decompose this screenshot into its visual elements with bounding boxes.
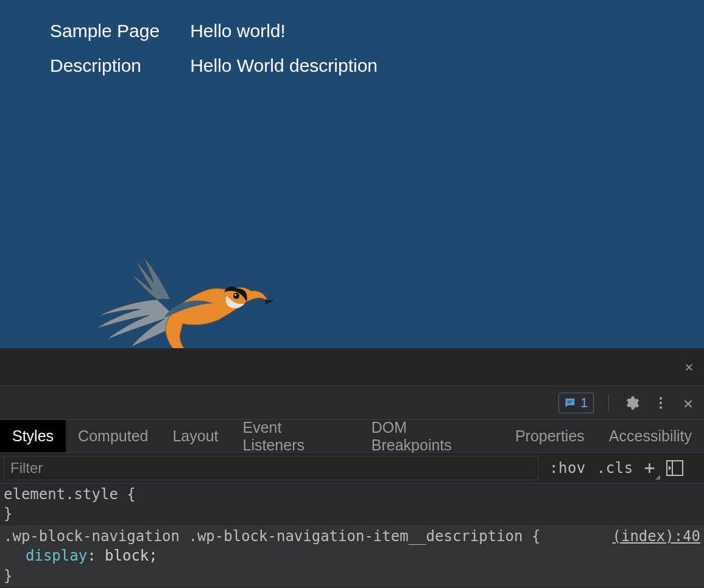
drawer-strip: ✕ xyxy=(0,348,704,386)
tab-dom-breakpoints[interactable]: DOM Breakpoints xyxy=(359,420,503,452)
filter-input[interactable] xyxy=(4,456,538,480)
brace-close: } xyxy=(4,567,12,584)
css-rule[interactable]: element.style { } xyxy=(0,483,704,525)
chat-icon xyxy=(563,396,577,410)
nav-item-description: Description xyxy=(50,55,160,76)
nav-item-description: Hello World description xyxy=(190,55,378,76)
messages-count: 1 xyxy=(580,395,588,411)
svg-point-4 xyxy=(660,397,662,399)
tab-layout[interactable]: Layout xyxy=(160,420,230,452)
cls-toggle[interactable]: .cls xyxy=(597,460,633,477)
tab-event-listeners[interactable]: Event Listeners xyxy=(231,420,359,452)
svg-point-6 xyxy=(660,406,662,408)
svg-point-0 xyxy=(233,293,239,299)
tab-accessibility[interactable]: Accessibility xyxy=(597,420,704,452)
css-property[interactable]: display xyxy=(26,547,87,564)
site-navigation: Sample Page Description Hello world! Hel… xyxy=(0,0,704,76)
brace-close: } xyxy=(4,505,12,522)
page-preview: Sample Page Description Hello world! Hel… xyxy=(0,0,704,348)
toggle-sidebar-icon[interactable] xyxy=(666,460,683,476)
nav-item[interactable]: Hello world! Hello World description xyxy=(190,21,378,76)
svg-point-5 xyxy=(660,401,662,404)
close-icon[interactable]: ✕ xyxy=(685,359,693,374)
styles-pane[interactable]: element.style { } .wp-block-navigation .… xyxy=(0,483,704,588)
svg-rect-2 xyxy=(568,401,573,401)
nav-item[interactable]: Sample Page Description xyxy=(50,21,160,76)
brace-open: { xyxy=(532,528,540,545)
css-selector[interactable]: .wp-block-navigation .wp-block-navigatio… xyxy=(4,528,523,545)
styles-filterbar: :hov .cls + xyxy=(0,453,704,483)
devtools-panel: ✕ 1 ✕ Styles Computed Layout Event Liste… xyxy=(0,348,704,588)
tab-properties[interactable]: Properties xyxy=(503,420,597,452)
tab-styles[interactable]: Styles xyxy=(0,420,66,452)
hov-toggle[interactable]: :hov xyxy=(549,460,586,477)
nav-item-title: Hello world! xyxy=(190,21,378,41)
nav-item-title: Sample Page xyxy=(50,21,160,41)
close-icon[interactable]: ✕ xyxy=(682,394,694,412)
bird-image xyxy=(91,257,274,348)
rule-source-link[interactable]: (index):40 xyxy=(613,527,701,546)
gear-icon[interactable] xyxy=(624,395,639,411)
css-value[interactable]: block xyxy=(105,547,149,564)
tab-computed[interactable]: Computed xyxy=(66,420,160,452)
brace-open: { xyxy=(127,486,135,503)
styles-tabs: Styles Computed Layout Event Listeners D… xyxy=(0,420,704,453)
kebab-icon[interactable] xyxy=(653,395,669,411)
css-rule[interactable]: .wp-block-navigation .wp-block-navigatio… xyxy=(0,525,704,587)
svg-rect-3 xyxy=(568,402,571,403)
css-selector[interactable]: element.style xyxy=(4,486,118,503)
separator xyxy=(608,394,609,411)
svg-point-1 xyxy=(234,294,236,296)
new-rule-button[interactable]: + xyxy=(644,457,655,478)
messages-badge[interactable]: 1 xyxy=(558,393,594,413)
devtools-toolbar: 1 ✕ xyxy=(0,386,704,420)
